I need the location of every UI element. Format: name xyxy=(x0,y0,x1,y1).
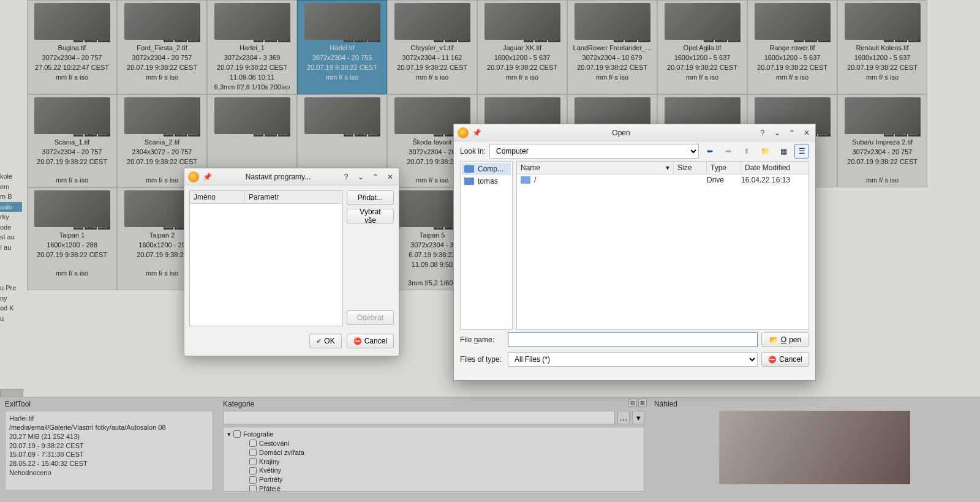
add-button[interactable]: Přidat... xyxy=(347,190,394,205)
dialog-titlebar[interactable]: 📌 Open ? ⌄ ⌃ ✕ xyxy=(454,124,815,141)
categories-panel: Kategorie ⊟ ⊠ … ▾ ▾Fotografie CestováníD… xyxy=(218,397,649,502)
col-size[interactable]: Size xyxy=(674,162,707,174)
new-folder-icon: 📁 xyxy=(758,144,772,159)
help-icon[interactable]: ? xyxy=(758,128,767,138)
categories-close-icon[interactable]: ⊠ xyxy=(638,399,647,407)
thumbnail-cell[interactable]: ICCIPTCEXIFBugina.tif3072x2304 - 20 7572… xyxy=(27,0,117,94)
pin-icon[interactable]: 📌 xyxy=(203,173,211,181)
category-checkbox[interactable] xyxy=(249,449,257,456)
category-checkbox[interactable] xyxy=(249,467,257,474)
thumbnail-cell[interactable]: ICCIPTCEXIFFord_Fiesta_2.tif3072x2304 - … xyxy=(117,0,207,94)
categories-filter-menu-button[interactable]: ▾ xyxy=(632,411,644,424)
file-name-input[interactable] xyxy=(508,332,758,347)
places-sidebar[interactable]: Comp...tomas xyxy=(460,161,513,330)
app-icon xyxy=(188,171,199,182)
col-date[interactable]: Date Modified xyxy=(741,162,809,174)
back-icon[interactable]: ⬅ xyxy=(703,144,717,159)
col-param[interactable]: Parametr xyxy=(245,191,343,204)
categories-collapse-icon[interactable]: ⊟ xyxy=(628,399,637,407)
list-view-icon[interactable]: ▦ xyxy=(776,144,791,159)
app-icon xyxy=(458,127,469,138)
look-in-select[interactable]: Computer xyxy=(489,144,699,159)
programs-dialog: 📌 Nastavit programy... ? ⌄ ⌃ ✕ Jméno Par… xyxy=(184,168,399,356)
categories-filter-input[interactable] xyxy=(223,411,615,424)
ok-icon xyxy=(316,337,322,345)
thumbnail-cell[interactable]: ICCIPTCEXIFOpel Agila.tif1600x1200 - 5 6… xyxy=(657,0,747,94)
cancel-icon xyxy=(768,355,777,364)
dialog-titlebar[interactable]: 📌 Nastavit programy... ? ⌄ ⌃ ✕ xyxy=(184,168,399,185)
thumbnail-cell[interactable]: ICCIPTCEXIFTaipan 11600x1200 - 28820.07.… xyxy=(27,187,117,290)
file-name-label: File name: xyxy=(460,335,504,344)
category-checkbox[interactable] xyxy=(249,476,257,484)
thumbnail-cell[interactable]: ICCIPTCEXIFRenault Koleos.tif1600x1200 -… xyxy=(837,0,927,94)
categories-tree[interactable]: ▾Fotografie CestováníDomácí zvířataKraji… xyxy=(223,427,644,492)
col-name[interactable]: Name▾ xyxy=(517,162,674,174)
categories-filter-clear-button[interactable]: … xyxy=(617,411,630,424)
remove-button: Odebrat xyxy=(347,310,394,325)
col-type[interactable]: Type xyxy=(707,162,741,174)
exif-panel-title: ExifTool xyxy=(5,400,213,408)
open-dialog: 📌 Open ? ⌄ ⌃ ✕ Look in: Computer ⬅ ➡ ⬆ 📁… xyxy=(453,124,816,381)
preview-image xyxy=(719,411,910,484)
ok-button[interactable]: OK xyxy=(309,334,341,348)
select-all-button[interactable]: Vybrat vše xyxy=(347,209,394,223)
cancel-button[interactable]: Cancel xyxy=(761,352,809,367)
folder-icon xyxy=(521,176,530,184)
category-checkbox[interactable] xyxy=(233,430,241,438)
thumbnail-cell[interactable]: ICCIPTCEXIFHarlei_13072x2304 - 3 36920.0… xyxy=(207,0,297,94)
file-list[interactable]: Name▾ Size Type Date Modified /Drive16.0… xyxy=(516,161,809,330)
help-icon[interactable]: ? xyxy=(341,172,351,182)
thumbnail-cell[interactable]: ICCIPTCEXIFScania_1.tif3072x2304 - 20 75… xyxy=(27,94,117,187)
programs-table[interactable]: Jméno Parametr xyxy=(189,190,343,326)
file-row[interactable]: /Drive16.04.22 16:13 xyxy=(517,174,809,185)
thumbnail-cell[interactable]: ICCIPTCEXIFLandRower Freelander_...3072x… xyxy=(567,0,657,94)
thumbnail-cell[interactable]: ICCIPTCEXIFRange rower.tif1600x1200 - 5 … xyxy=(747,0,837,94)
category-checkbox[interactable] xyxy=(249,458,257,465)
sort-indicator-icon: ▾ xyxy=(666,163,669,172)
close-icon[interactable]: ✕ xyxy=(802,128,812,138)
maximize-icon[interactable]: ⌃ xyxy=(787,128,797,138)
thumbnail-cell[interactable]: ICCIPTCEXIFSubaru Impreza 2.tif3072x2304… xyxy=(837,94,927,187)
up-icon: ⬆ xyxy=(739,144,754,159)
dialog-title: Nastavit programy... xyxy=(215,173,341,181)
computer-icon xyxy=(464,178,474,185)
sidebar-text-fragments: kole em m B salo rky ode sí au í au u Pr… xyxy=(0,171,22,323)
thumbnail-cell[interactable]: ICCIPTCEXIFChrysler_v1.tif3072x2304 - 11… xyxy=(387,0,477,94)
minimize-icon[interactable]: ⌄ xyxy=(772,128,782,138)
open-button: 📂 Open xyxy=(761,332,809,347)
places-item[interactable]: Comp... xyxy=(462,163,511,175)
maximize-icon[interactable]: ⌃ xyxy=(371,172,380,182)
categories-panel-title: Kategorie xyxy=(223,400,644,408)
thumbnail-cell[interactable]: ICCIPTCEXIFHarlei.tif3072x2304 - 20 7552… xyxy=(297,0,387,94)
dialog-title: Open xyxy=(484,129,758,137)
category-checkbox[interactable] xyxy=(249,485,257,492)
close-icon[interactable]: ✕ xyxy=(385,172,395,182)
preview-panel-title: Náhled xyxy=(654,400,975,408)
category-checkbox[interactable] xyxy=(249,440,257,447)
preview-panel: Náhled xyxy=(649,397,980,502)
detail-view-icon[interactable]: ☰ xyxy=(794,144,809,159)
col-name[interactable]: Jméno xyxy=(190,191,245,204)
places-item[interactable]: tomas xyxy=(462,175,511,187)
thumbnail-cell[interactable]: ICCIPTCEXIFJaguar XK.tif1600x1200 - 5 63… xyxy=(477,0,567,94)
computer-icon xyxy=(464,165,474,173)
exif-panel: ExifTool Harlei.tif /media/email/Galerie… xyxy=(0,397,218,502)
forward-icon: ➡ xyxy=(721,144,736,159)
pin-icon[interactable]: 📌 xyxy=(472,129,481,137)
cancel-button[interactable]: Cancel xyxy=(347,334,394,348)
files-type-label: Files of type: xyxy=(460,355,504,364)
files-type-select[interactable]: All Files (*) xyxy=(508,352,758,367)
cancel-icon xyxy=(353,337,362,345)
look-in-label: Look in: xyxy=(460,147,486,155)
minimize-icon[interactable]: ⌄ xyxy=(356,172,366,182)
